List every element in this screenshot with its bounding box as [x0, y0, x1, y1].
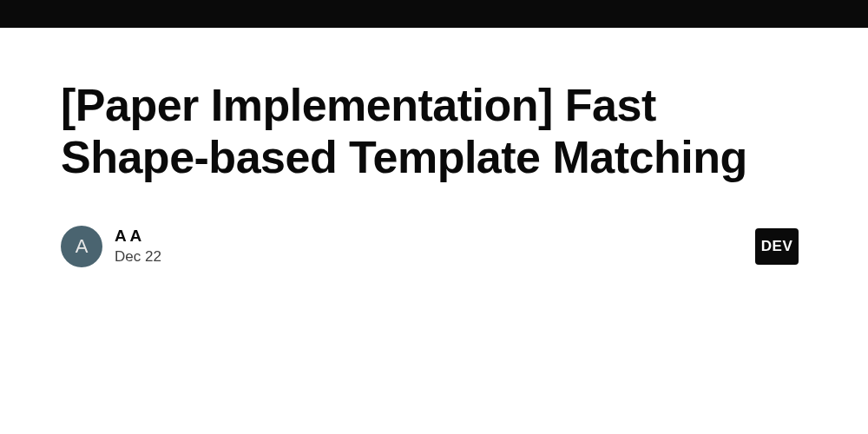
avatar[interactable]: A	[61, 226, 102, 267]
author-name[interactable]: A A	[115, 226, 161, 247]
author-block[interactable]: A A A Dec 22	[61, 226, 161, 267]
top-nav-bar	[0, 0, 868, 28]
author-meta: A A Dec 22	[115, 226, 161, 266]
article-title: [Paper Implementation] Fast Shape-based …	[61, 80, 807, 184]
avatar-initial: A	[76, 235, 89, 258]
dev-logo-text: DEV	[761, 238, 792, 255]
article-footer: A A A Dec 22 DEV	[61, 226, 807, 267]
dev-logo-icon[interactable]: DEV	[755, 228, 799, 265]
post-date: Dec 22	[115, 247, 161, 266]
article-content: [Paper Implementation] Fast Shape-based …	[0, 28, 868, 267]
